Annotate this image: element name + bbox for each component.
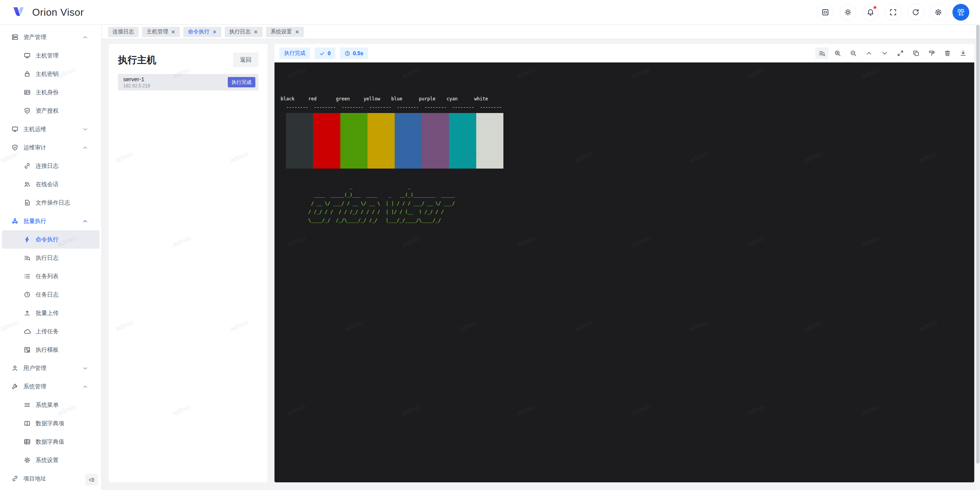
fullscreen-button[interactable] <box>885 4 902 21</box>
chevron-up-icon <box>82 384 88 390</box>
search-list-button[interactable] <box>815 48 828 59</box>
monitor-icon <box>11 126 18 133</box>
copy-button[interactable] <box>910 48 923 59</box>
clock-icon <box>345 51 350 56</box>
sidebar-item[interactable]: 资产授权 <box>0 102 101 120</box>
terminal-color-bars <box>286 113 974 169</box>
tab-label: 执行日志 <box>229 28 251 35</box>
color-bar-yellow <box>368 113 395 169</box>
tab[interactable]: 执行日志✕ <box>225 27 263 37</box>
sidebar-collapse-button[interactable] <box>85 474 98 485</box>
exec-host-header: 执行主机 返回 <box>118 52 258 67</box>
sidebar-item[interactable]: 主机身份 <box>0 83 101 102</box>
scrollbar-thumb[interactable] <box>976 25 980 464</box>
notification-dot <box>873 5 877 10</box>
chevron-up-icon <box>866 50 872 57</box>
chevron-down-button[interactable] <box>878 48 891 59</box>
terminal-status-chip: 0.5s <box>340 48 368 59</box>
app-logo[interactable]: Orion Visor <box>11 5 84 20</box>
wrench-icon <box>11 383 18 390</box>
tab[interactable]: 连接日志 <box>108 27 139 37</box>
sidebar-item[interactable]: 上传任务 <box>0 322 101 341</box>
code-square-button[interactable] <box>817 4 834 21</box>
color-bar-green <box>340 113 368 169</box>
zoom-out-button[interactable] <box>847 48 860 59</box>
sidebar-item[interactable]: 任务列表 <box>0 267 101 285</box>
server-icon <box>11 34 18 41</box>
sidebar-item[interactable]: 资产管理 <box>0 28 101 46</box>
host-info: server-1 182.92.5.218 <box>123 76 150 88</box>
tab-close-icon[interactable]: ✕ <box>295 29 299 34</box>
sidebar-item[interactable]: 数据字典项 <box>0 414 101 433</box>
page-scrollbar[interactable] <box>976 25 980 490</box>
sidebar-item[interactable]: 在线会话 <box>0 175 101 193</box>
tab-close-icon[interactable]: ✕ <box>254 29 258 34</box>
tab[interactable]: 命令执行✕ <box>183 27 221 37</box>
sidebar-item-label: 连接日志 <box>36 162 59 170</box>
color-bar-black <box>286 113 313 169</box>
chip-label: 0 <box>328 50 331 56</box>
tab[interactable]: 系统设置✕ <box>266 27 304 37</box>
terminal-output[interactable]: black red green yellow blue purple cyan … <box>274 62 974 482</box>
tab-label: 主机管理 <box>147 28 168 35</box>
sidebar-item[interactable]: 命令执行 <box>2 230 100 249</box>
sidebar-item[interactable]: 任务日志 <box>0 285 101 304</box>
sidebar-item-label: 命令执行 <box>36 236 59 243</box>
logo-v-icon <box>11 5 27 20</box>
shield-check-icon <box>24 107 31 114</box>
sidebar-item-label: 批量上传 <box>36 310 59 317</box>
file-icon <box>24 199 31 206</box>
sidebar-item[interactable]: 用户管理 <box>0 359 101 377</box>
zoom-in-button[interactable] <box>831 48 844 59</box>
sidebar-item[interactable]: 主机密钥 <box>0 65 101 83</box>
paint-roller-button[interactable] <box>925 48 938 59</box>
tab-close-icon[interactable]: ✕ <box>212 29 217 34</box>
sidebar-item[interactable]: 数据字典值 <box>0 433 101 451</box>
menu-fold-icon <box>88 477 95 483</box>
paint-roller-icon <box>928 50 935 57</box>
tab-close-icon[interactable]: ✕ <box>171 29 175 34</box>
sidebar-item[interactable]: 系统管理 <box>0 377 101 396</box>
sidebar-item-label: 上传任务 <box>36 328 59 335</box>
host-list-item[interactable]: server-1 182.92.5.218 执行完成 <box>118 74 258 90</box>
shield-check-icon <box>11 144 18 151</box>
refresh-button[interactable] <box>907 4 924 21</box>
sidebar-item-label: 资产授权 <box>36 107 59 115</box>
tab-label: 连接日志 <box>113 28 134 35</box>
sidebar-item[interactable]: 文件操作日志 <box>0 193 101 212</box>
sidebar-item[interactable]: 运维审计 <box>0 138 101 157</box>
user-avatar[interactable]: 管 <box>952 4 969 21</box>
sidebar-item[interactable]: 执行模板 <box>0 341 101 359</box>
sidebar-item[interactable]: 批量上传 <box>0 304 101 322</box>
book-icon <box>24 420 31 427</box>
sidebar-item[interactable]: 系统设置 <box>0 451 101 469</box>
gear-button[interactable] <box>930 4 947 21</box>
tab[interactable]: 主机管理✕ <box>142 27 180 37</box>
zoom-out-icon <box>850 50 857 57</box>
sidebar-item-label: 主机管理 <box>36 52 59 59</box>
sidebar-item[interactable]: 执行日志 <box>0 249 101 267</box>
status-chips: 执行完成00.5s <box>279 48 368 59</box>
trash-button[interactable] <box>941 48 954 59</box>
sidebar: 资产管理主机管理主机密钥主机身份资产授权主机运维运维审计连接日志在线会话文件操作… <box>0 25 102 490</box>
sun-button[interactable] <box>840 4 856 21</box>
bell-button[interactable] <box>862 4 879 21</box>
sidebar-item[interactable]: 连接日志 <box>0 157 101 175</box>
table-icon <box>24 438 31 445</box>
sidebar-item[interactable]: 批量执行 <box>0 212 101 230</box>
terminal-status-chip: 执行完成 <box>279 48 310 59</box>
sidebar-item-label: 系统管理 <box>23 383 46 390</box>
terminal-panel: 执行完成00.5s black red green yellow blue pu… <box>274 44 974 482</box>
sidebar-item[interactable]: 主机运维 <box>0 120 101 138</box>
expand-button[interactable] <box>894 48 907 59</box>
sidebar-item-label: 执行模板 <box>36 346 59 354</box>
sidebar-item-label: 任务列表 <box>36 273 59 280</box>
download-button[interactable] <box>957 48 970 59</box>
sidebar-item-label: 运维审计 <box>23 144 46 151</box>
sidebar-item[interactable]: 系统菜单 <box>0 396 101 414</box>
users-icon <box>24 181 31 188</box>
chevron-up-button[interactable] <box>862 48 875 59</box>
back-button[interactable]: 返回 <box>233 52 258 67</box>
sidebar-item[interactable]: 主机管理 <box>0 46 101 65</box>
panel-title: 执行主机 <box>118 54 156 66</box>
